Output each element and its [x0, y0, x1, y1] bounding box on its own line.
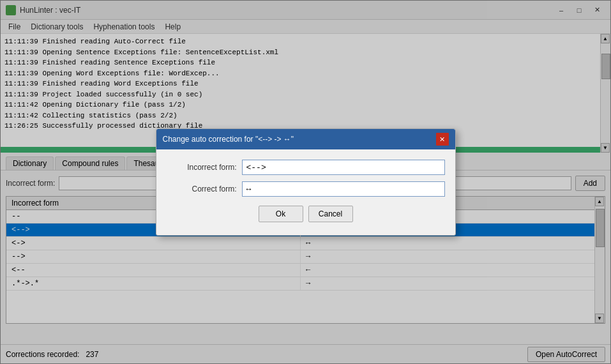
modal-overlay: Change auto correction for "<--> -> ↔" ✕… — [0, 0, 611, 364]
modal-buttons: Ok Cancel — [167, 203, 445, 227]
change-autocorrection-modal: Change auto correction for "<--> -> ↔" ✕… — [156, 128, 456, 236]
modal-incorrect-input[interactable] — [242, 160, 445, 175]
modal-incorrect-label: Incorrect form: — [167, 163, 237, 172]
modal-correct-label: Correct form: — [167, 185, 237, 193]
modal-cancel-button[interactable]: Cancel — [308, 206, 353, 222]
modal-ok-button[interactable]: Ok — [259, 206, 303, 222]
modal-body: Incorrect form: Correct form: Ok Cancel — [156, 149, 455, 235]
modal-incorrect-row: Incorrect form: — [167, 160, 445, 175]
modal-title-bar: Change auto correction for "<--> -> ↔" ✕ — [156, 129, 455, 149]
modal-correct-input[interactable] — [242, 181, 445, 197]
modal-correct-row: Correct form: — [167, 181, 445, 197]
modal-close-button[interactable]: ✕ — [436, 133, 449, 146]
modal-title: Change auto correction for "<--> -> ↔" — [163, 135, 294, 144]
